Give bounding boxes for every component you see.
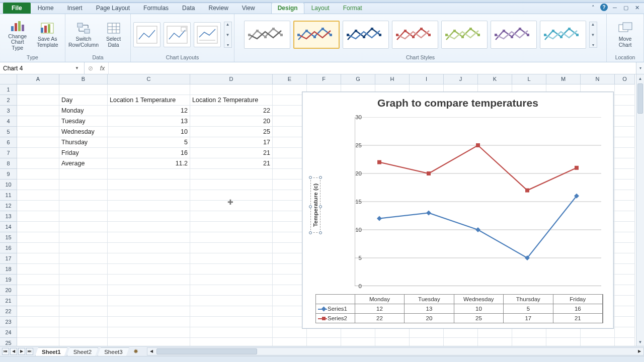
cell[interactable]: Location 2 Temperature bbox=[190, 95, 273, 106]
sheet-tab-sheet1[interactable]: Sheet1 bbox=[35, 347, 67, 356]
col-header-I[interactable]: I bbox=[410, 74, 444, 84]
cell[interactable]: 16 bbox=[108, 148, 190, 158]
sheet-nav-prev-icon[interactable]: ◀ bbox=[10, 348, 17, 355]
cell[interactable] bbox=[615, 222, 635, 232]
scroll-up-icon[interactable]: ▲ bbox=[636, 74, 644, 82]
cell[interactable] bbox=[59, 243, 108, 253]
cell[interactable] bbox=[546, 327, 581, 338]
cell[interactable] bbox=[615, 275, 635, 285]
col-header-L[interactable]: L bbox=[512, 74, 546, 84]
cell[interactable] bbox=[273, 338, 307, 346]
cell[interactable] bbox=[615, 201, 635, 211]
cell[interactable]: Average bbox=[59, 158, 108, 169]
cell[interactable] bbox=[108, 243, 190, 253]
chart-style-6[interactable] bbox=[491, 21, 537, 49]
y-axis-title[interactable]: Temperature (c) bbox=[310, 177, 320, 233]
col-header-E[interactable]: E bbox=[273, 74, 307, 84]
chart-style-1[interactable] bbox=[244, 21, 290, 49]
cell[interactable]: 21 bbox=[190, 148, 273, 158]
cell[interactable] bbox=[59, 275, 108, 285]
cell[interactable] bbox=[190, 232, 273, 243]
plot-area[interactable] bbox=[355, 117, 601, 286]
cell[interactable] bbox=[615, 179, 635, 190]
cell[interactable] bbox=[615, 317, 635, 327]
cell[interactable] bbox=[273, 327, 307, 338]
scroll-left-icon[interactable]: ◀ bbox=[147, 348, 155, 355]
cell[interactable] bbox=[59, 84, 108, 95]
col-header-C[interactable]: C bbox=[108, 74, 190, 84]
cell[interactable] bbox=[190, 211, 273, 222]
cell[interactable] bbox=[410, 338, 444, 346]
cell[interactable] bbox=[108, 327, 190, 338]
cell[interactable] bbox=[615, 169, 635, 179]
select-data-button[interactable]: Select Data bbox=[101, 20, 126, 49]
row-header-9[interactable]: 9 bbox=[0, 169, 17, 179]
cell[interactable] bbox=[108, 169, 190, 179]
cell[interactable] bbox=[17, 137, 59, 148]
tab-formulas[interactable]: Formulas bbox=[137, 3, 175, 14]
cell[interactable] bbox=[59, 201, 108, 211]
cell[interactable] bbox=[59, 211, 108, 222]
cell[interactable] bbox=[59, 232, 108, 243]
chart-layout-2[interactable] bbox=[164, 22, 191, 47]
switch-row-column-button[interactable]: Switch Row/Column bbox=[69, 20, 98, 49]
move-chart-button[interactable]: Move Chart bbox=[611, 20, 639, 49]
tab-view[interactable]: View bbox=[235, 3, 262, 14]
cell[interactable] bbox=[59, 338, 108, 346]
cell[interactable] bbox=[17, 222, 59, 232]
col-header-J[interactable]: J bbox=[444, 74, 478, 84]
cell[interactable] bbox=[615, 327, 635, 338]
col-header-N[interactable]: N bbox=[581, 74, 615, 84]
cell[interactable] bbox=[17, 211, 59, 222]
save-as-template-button[interactable]: Save As Template bbox=[34, 20, 61, 49]
cell[interactable] bbox=[190, 338, 273, 346]
name-box-input[interactable] bbox=[3, 65, 73, 72]
cell[interactable] bbox=[615, 84, 635, 95]
cell[interactable] bbox=[615, 106, 635, 116]
cell[interactable] bbox=[59, 285, 108, 296]
chart-layout-1[interactable] bbox=[133, 22, 160, 47]
chart-title[interactable]: Graph to compare temperatures bbox=[302, 92, 613, 109]
cell[interactable] bbox=[17, 253, 59, 264]
cell[interactable] bbox=[307, 327, 341, 338]
cell[interactable] bbox=[108, 232, 190, 243]
cell[interactable] bbox=[581, 327, 615, 338]
cell[interactable] bbox=[615, 264, 635, 275]
tab-format[interactable]: Format bbox=[337, 3, 369, 14]
tab-data[interactable]: Data bbox=[176, 3, 201, 14]
row-header-23[interactable]: 23 bbox=[0, 317, 17, 327]
cell[interactable] bbox=[190, 169, 273, 179]
cell[interactable] bbox=[190, 306, 273, 317]
cell[interactable]: 11.2 bbox=[108, 158, 190, 169]
insert-sheet-icon[interactable]: ✸ bbox=[131, 347, 141, 355]
cell[interactable] bbox=[17, 285, 59, 296]
row-header-22[interactable]: 22 bbox=[0, 306, 17, 317]
cell[interactable] bbox=[59, 179, 108, 190]
row-header-16[interactable]: 16 bbox=[0, 243, 17, 253]
cell[interactable] bbox=[59, 264, 108, 275]
chart-style-7[interactable] bbox=[540, 21, 586, 49]
cell[interactable] bbox=[190, 222, 273, 232]
cell[interactable] bbox=[581, 338, 615, 346]
cell[interactable]: 20 bbox=[190, 116, 273, 127]
chart-layout-scroll[interactable]: ▲▼▾ bbox=[224, 22, 232, 48]
cell[interactable] bbox=[17, 264, 59, 275]
horizontal-scrollbar[interactable]: ◀ ▶ bbox=[147, 347, 644, 355]
cell[interactable] bbox=[190, 253, 273, 264]
cell[interactable] bbox=[17, 179, 59, 190]
chart-layout-3[interactable] bbox=[194, 22, 221, 47]
cell[interactable] bbox=[615, 243, 635, 253]
cell[interactable] bbox=[444, 327, 478, 338]
cell[interactable] bbox=[59, 222, 108, 232]
row-header-5[interactable]: 5 bbox=[0, 127, 17, 137]
cell[interactable] bbox=[108, 84, 190, 95]
chart-style-2[interactable] bbox=[293, 21, 340, 49]
cell[interactable] bbox=[17, 84, 59, 95]
row-header-15[interactable]: 15 bbox=[0, 232, 17, 243]
expand-formula-bar-icon[interactable]: ▾ bbox=[636, 62, 644, 74]
cell[interactable] bbox=[341, 338, 375, 346]
row-header-19[interactable]: 19 bbox=[0, 275, 17, 285]
cell[interactable] bbox=[108, 201, 190, 211]
cell[interactable] bbox=[615, 296, 635, 306]
help-icon[interactable]: ? bbox=[600, 4, 608, 11]
